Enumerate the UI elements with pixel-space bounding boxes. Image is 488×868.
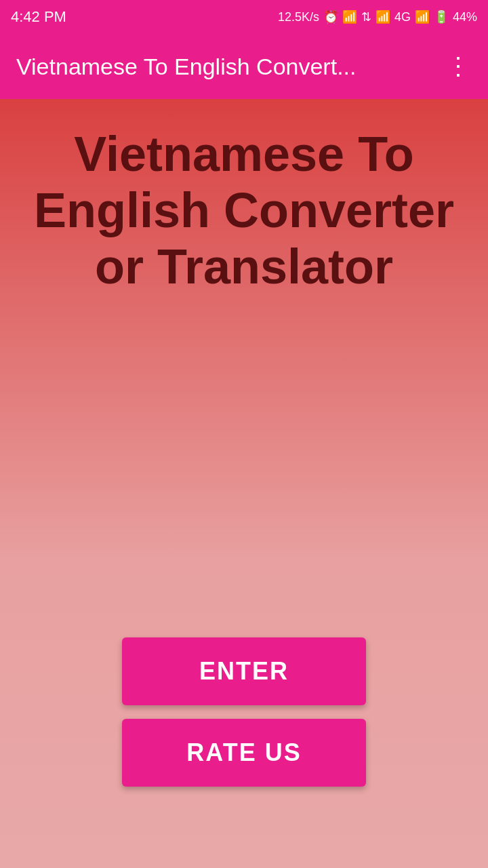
battery-icon: 🔋 [434,9,449,24]
signal-icon-2: 📶 [415,9,430,24]
alarm-icon: ⏰ [323,9,338,24]
status-time: 4:42 PM [11,8,66,26]
4g-label: 4G [394,10,411,24]
battery-percent: 44% [453,10,477,24]
status-indicators: 12.5K/s ⏰ 📶 ⇅ 📶 4G 📶 🔋 44% [278,9,477,24]
rate-us-button[interactable]: RATE US [122,719,366,787]
wifi-icon: 📶 [342,9,357,24]
app-bar-title: Vietnamese To English Convert... [16,54,356,80]
overflow-menu-icon[interactable]: ⋮ [446,52,472,81]
action-buttons: ENTER RATE US [122,637,366,787]
app-bar: Vietnamese To English Convert... ⋮ [0,34,488,99]
status-bar: 4:42 PM 12.5K/s ⏰ 📶 ⇅ 📶 4G 📶 🔋 44% [0,0,488,34]
signal-icon: 📶 [375,9,390,24]
time-display: 4:42 PM [11,8,66,26]
data-transfer-icon: ⇅ [361,9,371,24]
enter-button[interactable]: ENTER [122,637,366,705]
main-content: Vietnamese To English Converter or Trans… [0,99,488,868]
app-heading: Vietnamese To English Converter or Trans… [0,99,488,294]
network-speed: 12.5K/s [278,10,319,24]
